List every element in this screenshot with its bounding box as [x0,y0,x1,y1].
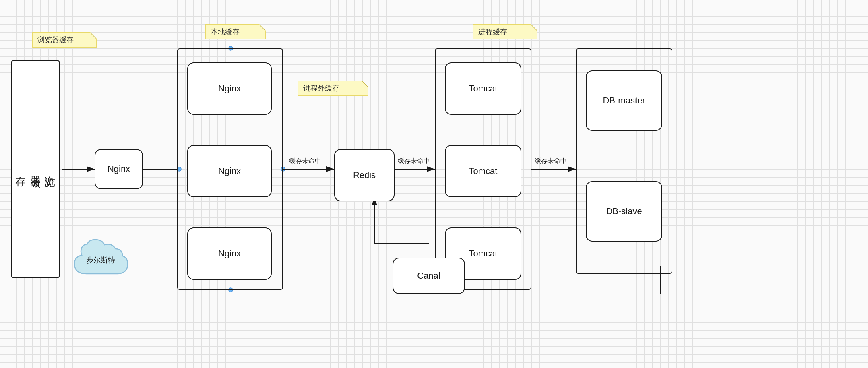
nginx2-label: Nginx [218,166,241,176]
sticky-process-cache: 进程缓存 [473,24,537,39]
tomcat3-label: Tomcat [469,248,498,259]
arrow-label-1: 缓存未命中 [289,157,321,165]
redis-label: Redis [353,170,376,180]
db-master-box: DB-master [586,70,662,131]
nginx1-label: Nginx [218,83,241,94]
nginx-single-label: Nginx [107,164,130,174]
sticky-browser-cache: 浏览器缓存 [32,32,97,48]
arrow-label-2: 缓存未命中 [398,157,430,165]
nginx3-label: Nginx [218,248,241,259]
db-master-label: DB-master [603,95,645,106]
arrow-label-3: 缓存未命中 [535,157,567,165]
tomcat-box-1: Tomcat [445,62,521,115]
tomcat-box-2: Tomcat [445,145,521,197]
db-slave-label: DB-slave [606,206,642,217]
sticky-process-out: 进程外缓存 [298,81,368,96]
nginx-box-1: Nginx [187,62,272,115]
cloud-svg: 步尔斯特 [66,238,135,286]
burst-cloud: 步尔斯特 [66,238,135,286]
tomcat2-label: Tomcat [469,166,498,176]
browser-cache-label: 浏览 器缓 存 [13,167,57,171]
svg-text:步尔斯特: 步尔斯特 [86,256,115,264]
nginx-single-box: Nginx [95,149,143,189]
browser-cache-box: 浏览 器缓 存 [11,60,60,278]
tomcat1-label: Tomcat [469,83,498,94]
db-slave-box: DB-slave [586,181,662,242]
redis-box: Redis [334,149,395,201]
canal-label: Canal [417,271,440,281]
nginx-box-2: Nginx [187,145,272,197]
diagram-canvas: 浏览器缓存 浏览 器缓 存 Nginx 本地缓存 Nginx Nginx Ngi… [0,0,868,368]
canal-box: Canal [393,258,465,294]
nginx-box-3: Nginx [187,227,272,280]
sticky-local-cache: 本地缓存 [205,24,266,39]
